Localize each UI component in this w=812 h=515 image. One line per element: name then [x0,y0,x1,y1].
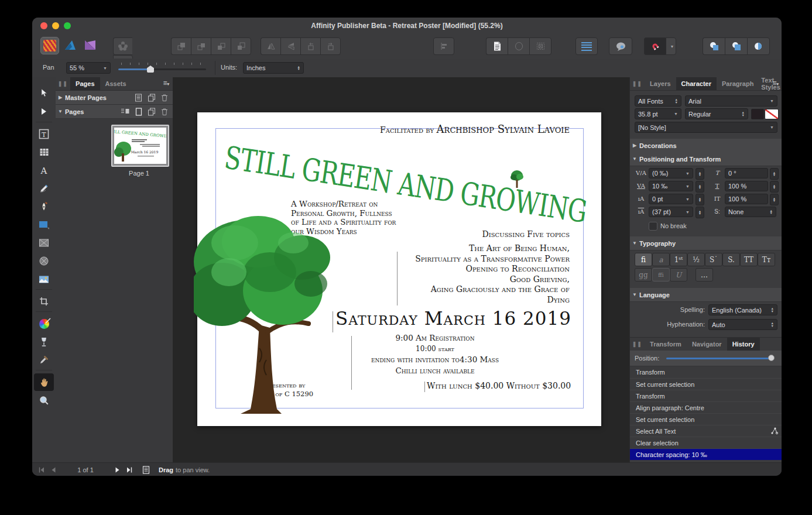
collapsed-triangle-icon[interactable]: ▶ [56,95,65,100]
collapsed-triangle-icon[interactable]: ▶ [630,143,639,148]
leading-stepper[interactable]: ▲▼ [695,207,704,218]
picture-frame-ellipse-tool[interactable] [34,252,54,270]
facilitated-line[interactable]: Facilitated by Archbishop Sylvain Lavoie [218,123,570,135]
alternates-button[interactable]: a [652,253,670,266]
flip-vertical-button[interactable] [280,37,300,55]
discretionary-ligatures-button[interactable]: ffi [652,268,670,281]
ellipse-frame-button[interactable] [508,37,529,55]
add-page-icon[interactable] [135,108,142,116]
text-style-combo[interactable]: [No Style] ▼ [635,122,777,133]
rotate-ccw-button[interactable] [300,37,320,55]
h-scale-input[interactable]: 100 % [725,181,768,191]
baseline-stepper[interactable]: ▲▼ [695,194,704,205]
positioning-section-header[interactable]: ▼ Positioning and Transform [630,152,782,166]
pencil-tool[interactable] [34,180,54,197]
trash-icon[interactable] [161,108,168,116]
pages-row[interactable]: ▼ Pages [56,105,173,119]
stroke-color-swatch[interactable] [765,109,779,119]
history-position-slider[interactable] [666,358,772,359]
font-collection-select[interactable]: All Fonts ▲▼ [635,95,681,107]
text-frame-button[interactable] [575,37,598,55]
history-item-selected[interactable]: Character spacing: 10 ‰ [630,448,782,460]
gradient-tool[interactable] [34,315,54,332]
last-page-button[interactable] [124,466,135,473]
x-box-button[interactable] [529,37,551,55]
topics-block[interactable]: The Art of Being Human, Spirituality as … [373,243,570,305]
publisher-persona-button[interactable] [40,37,59,54]
history-item[interactable]: Set current selection [630,378,782,390]
page-1-thumbnail[interactable]: STILL GREEN AND GROWING March 16 2019 [111,125,169,167]
tab-character[interactable]: Character [676,77,717,90]
subscript-button[interactable]: S. [722,253,740,266]
tracking-stepper[interactable]: ▲▼ [695,181,704,193]
move-tool[interactable] [34,84,54,102]
zoom-slider-thumb[interactable] [147,66,154,73]
comment-button[interactable] [609,37,632,55]
discussing-line[interactable]: Discussing Five topics [396,229,570,239]
panel-menu-icon[interactable]: ≡▾ [163,79,169,87]
picture-frame-rectangle-tool[interactable] [34,234,54,252]
artistic-text-tool[interactable]: A [34,162,54,179]
flower-up-arrow-button[interactable] [113,37,132,55]
font-family-combo[interactable]: Arial ▼ [685,95,777,107]
page-list-button[interactable] [140,466,152,474]
tracking-combo[interactable]: 10 ‰▼ [649,181,693,191]
move-to-front-button[interactable] [171,37,191,55]
first-page-button[interactable] [36,466,47,473]
expanded-triangle-icon[interactable]: ▼ [630,241,639,246]
page-lines-icon[interactable] [135,94,142,102]
add-pages-button[interactable] [486,37,508,55]
boolean-subtract-button[interactable] [725,37,747,55]
fractions-button[interactable]: ½ [687,253,705,266]
next-page-button[interactable] [112,466,124,473]
panel-menu-icon[interactable]: ≡▾ [772,79,779,87]
h-scale-stepper[interactable]: ▲▼ [770,181,779,193]
snapping-button[interactable] [644,37,666,55]
small-caps-button[interactable]: Tᴛ [758,253,775,266]
tab-pages[interactable]: Pages [70,77,100,90]
glyph-variants-button[interactable]: gg [635,268,652,281]
view-tool[interactable] [34,373,54,391]
flip-horizontal-button[interactable] [261,37,280,55]
zoom-level-combo[interactable]: 55 % ▼ [66,62,111,74]
pen-tool[interactable] [34,198,54,215]
zoom-tool[interactable] [34,392,54,409]
kerning-stepper[interactable]: ▲▼ [695,168,704,180]
duplicate-icon[interactable] [148,94,156,102]
ordinals-button[interactable]: 1ˢᵗ [670,253,687,266]
snapping-options-button[interactable]: ▼ [666,37,676,55]
swash-button[interactable]: U [670,268,687,281]
history-item[interactable]: Select All Text [630,425,782,437]
move-to-back-button[interactable] [231,37,251,55]
tree-illustration[interactable] [194,208,341,414]
trash-icon[interactable] [161,94,168,102]
ligatures-button[interactable]: fi [635,253,652,266]
history-item[interactable]: Transform [630,366,782,378]
typography-section-header[interactable]: ▼ Typography [630,236,782,250]
hyphenation-select[interactable]: Auto ▲▼ [708,319,777,330]
expanded-triangle-icon[interactable]: ▼ [630,292,639,297]
baseline-combo[interactable]: 0 pt▼ [649,194,693,204]
move-forward-button[interactable] [191,37,211,55]
leading-combo[interactable]: (37 pt)▼ [649,207,693,217]
document-canvas[interactable]: Facilitated by Archbishop Sylvain Lavoie… [173,77,629,462]
expanded-triangle-icon[interactable]: ▼ [56,109,65,114]
apply-master-icon[interactable] [121,108,130,115]
font-size-combo[interactable]: 35.8 pt ▼ [635,108,681,119]
price-line[interactable]: With lunch $40.00 Without $30.00 [427,381,571,390]
history-item[interactable]: Set current selection [630,413,782,425]
tab-paragraph[interactable]: Paragraph [717,77,759,90]
units-select[interactable]: Inches ▲▼ [243,62,304,74]
table-tool[interactable] [34,143,54,161]
photo-persona-button[interactable] [81,37,99,53]
rectangle-tool[interactable] [34,216,54,234]
spelling-select[interactable]: English (Canada) ▲▼ [708,304,777,315]
all-caps-button[interactable]: TT [740,253,758,266]
schedule-block[interactable]: 9:00 Am Registration 10:00 start ending … [353,332,517,376]
expanded-triangle-icon[interactable]: ▼ [630,156,639,162]
tab-layers[interactable]: Layers [645,77,676,90]
font-weight-select[interactable]: Regular ▲▼ [685,108,748,119]
more-typography-button[interactable]: … [695,268,713,281]
rotate-cw-button[interactable] [320,37,341,55]
show-special-select[interactable]: None ▲▼ [725,207,776,217]
